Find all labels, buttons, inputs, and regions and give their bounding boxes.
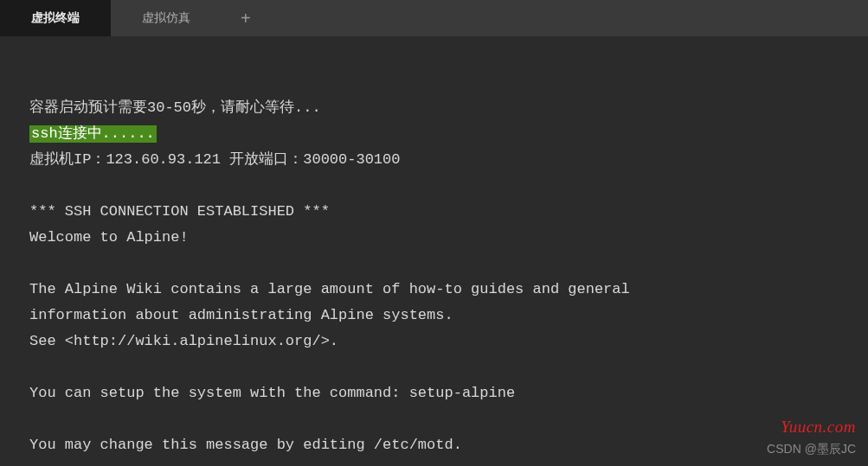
terminal-line: 虚拟机IP：123.60.93.121 开放端口：30000-30100: [29, 151, 400, 168]
watermark-author: CSDN @墨辰JC: [767, 442, 856, 457]
tab-virtual-simulation[interactable]: 虚拟仿真: [111, 0, 222, 36]
terminal-line: See <http://wiki.alpinelinux.org/>.: [29, 333, 338, 349]
terminal-line: Welcome to Alpine!: [29, 229, 189, 246]
terminal-output[interactable]: 容器启动预计需要30-50秒，请耐心等待... ssh连接中...... 虚拟机…: [0, 36, 868, 466]
terminal-line: You can setup the system with the comman…: [29, 385, 515, 401]
tab-bar: 虚拟终端 虚拟仿真 +: [0, 0, 868, 36]
tab-virtual-terminal[interactable]: 虚拟终端: [0, 0, 111, 36]
terminal-line: You may change this message by editing /…: [29, 437, 462, 453]
terminal-highlight-ssh: ssh连接中......: [29, 125, 157, 143]
terminal-line: The Alpine Wiki contains a large amount …: [29, 281, 630, 297]
terminal-line: *** SSH CONNECTION ESTABLISHED ***: [29, 203, 330, 220]
terminal-line: 容器启动预计需要30-50秒，请耐心等待...: [29, 99, 321, 116]
watermark-site: Yuucn.com: [781, 418, 856, 437]
terminal-line: information about administrating Alpine …: [29, 307, 453, 323]
tab-add-button[interactable]: +: [222, 0, 270, 36]
